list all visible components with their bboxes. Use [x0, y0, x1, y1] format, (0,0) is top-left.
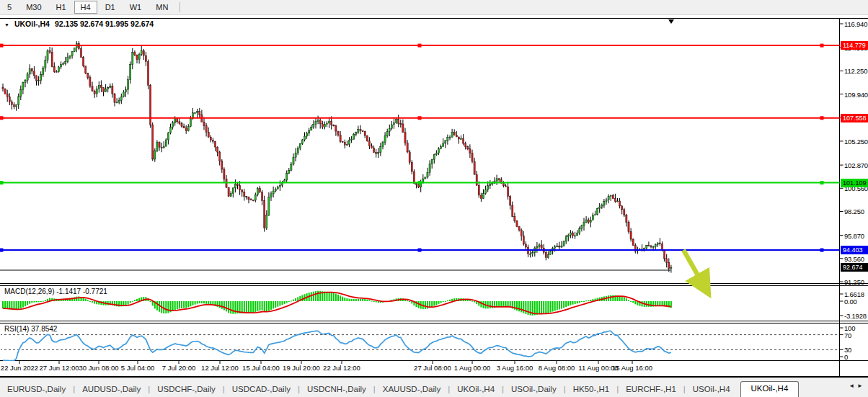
symbol-dropdown-icon[interactable]: ▼	[4, 22, 9, 27]
drawn-arrow[interactable]	[683, 250, 707, 290]
price-axis-label: 102.870	[844, 161, 868, 169]
price-axis-label: 91.250	[844, 278, 864, 286]
tab-usoil-h4[interactable]: USOil-,H4	[686, 383, 738, 397]
time-axis-label: 12 Jul 12:00	[201, 364, 239, 372]
tab-ukoil-h4[interactable]: UKOil-,H4	[450, 383, 502, 397]
horizontal-line-94.403[interactable]	[0, 249, 840, 252]
horizontal-line-107.558[interactable]	[0, 116, 840, 120]
price-axis-label: 95.870	[844, 231, 864, 239]
time-axis-label: 27 Jul 08:00	[414, 364, 451, 372]
tab-usoil-daily[interactable]: USOil-,Daily	[504, 383, 564, 397]
price-tag-101.109: 101.109	[841, 179, 868, 187]
mt4-window: 5M30H1H4D1W1MN ▼ UKOil-,H4 92.135 92.674…	[0, 0, 868, 397]
price-axis-label: 93.560	[844, 254, 864, 262]
chart-title: ▼ UKOil-,H4 92.135 92.674 91.995 92.674	[4, 19, 154, 28]
rsi-axis-label: 0	[844, 353, 848, 361]
tab-eurusd-daily[interactable]: EURUSD-,Daily	[0, 383, 73, 397]
time-axis-label: 15 Jul 04:00	[242, 364, 280, 372]
price-axis-label: 116.940	[844, 20, 867, 28]
time-axis-label: 27 Jun 12:00	[40, 364, 79, 372]
price-axis-label: 109.940	[844, 90, 868, 98]
time-axis-label: 3 Aug 16:00	[497, 364, 533, 372]
price-axis-label: 98.250	[844, 208, 864, 215]
chart-canvas[interactable]	[0, 0, 868, 397]
tab-hk50-h1[interactable]: HK50-,H1	[566, 383, 617, 397]
time-axis-label: 30 Jun 08:00	[79, 364, 119, 372]
tab-usdchf-daily[interactable]: USDCHF-,Daily	[150, 383, 223, 397]
price-axis-label: 112.250	[844, 67, 867, 75]
candlesticks	[2, 41, 672, 273]
tab-usdcad-daily[interactable]: USDCAD-,Daily	[225, 383, 298, 397]
tab-scroll-left-icon[interactable]: ◄	[849, 383, 857, 389]
price-tag-92.674: 92.674	[841, 263, 868, 272]
price-tag-107.558: 107.558	[841, 114, 868, 122]
tab-usdcnh-daily[interactable]: USDCNH-,Daily	[300, 383, 373, 397]
time-axis-label: 5 Jul 04:00	[121, 364, 154, 372]
tab-xauusd-daily[interactable]: XAUUSD-,Daily	[376, 383, 448, 397]
macd-indicator-label: MACD(12,26,9) -1.1417 -0.7721	[4, 287, 107, 295]
rsi-axis-label: 70	[844, 331, 851, 339]
symbol-name: UKOil-,H4	[14, 19, 50, 28]
time-axis-label: 22 Jun 2022	[1, 364, 38, 372]
price-axis-label: 105.250	[844, 137, 868, 145]
tab-ukoil-h4-active[interactable]: UKOil-,H4	[740, 381, 800, 397]
time-axis-label: 1 Aug 00:00	[454, 364, 491, 372]
time-axis-label: 22 Jul 12:00	[323, 364, 360, 372]
tab-scroll-arrows: ◄►	[849, 383, 866, 389]
rsi-indicator-label: RSI(14) 37.8542	[4, 325, 57, 333]
horizontal-line-101.109[interactable]	[0, 181, 840, 184]
time-axis-label: 19 Jul 20:00	[283, 364, 320, 372]
macd-axis-label: -3.1928	[844, 312, 867, 320]
chart-shift-marker-icon	[668, 19, 674, 24]
tab-audusd-daily[interactable]: AUDUSD-,Daily	[75, 383, 148, 397]
price-tag-94.403: 94.403	[841, 246, 868, 254]
ohlc-values: 92.135 92.674 91.995 92.674	[55, 19, 154, 28]
tab-eurchf-h1[interactable]: EURCHF-,H1	[619, 383, 683, 397]
time-axis-label: 8 Aug 08:00	[539, 364, 575, 372]
time-axis-label: 15 Aug 16:00	[612, 364, 652, 372]
rsi-plot	[0, 331, 840, 360]
horizontal-line-114.779[interactable]	[0, 44, 840, 48]
chart-tab-bar: EURUSD-,Daily|AUDUSD-,Daily|USDCHF-,Dail…	[0, 378, 868, 397]
price-tag-114.779: 114.779	[841, 41, 868, 50]
tab-scroll-right-icon[interactable]: ►	[857, 383, 866, 389]
macd-axis-label: 0.00	[844, 298, 857, 305]
time-axis-label: 7 Jul 20:00	[162, 364, 195, 372]
